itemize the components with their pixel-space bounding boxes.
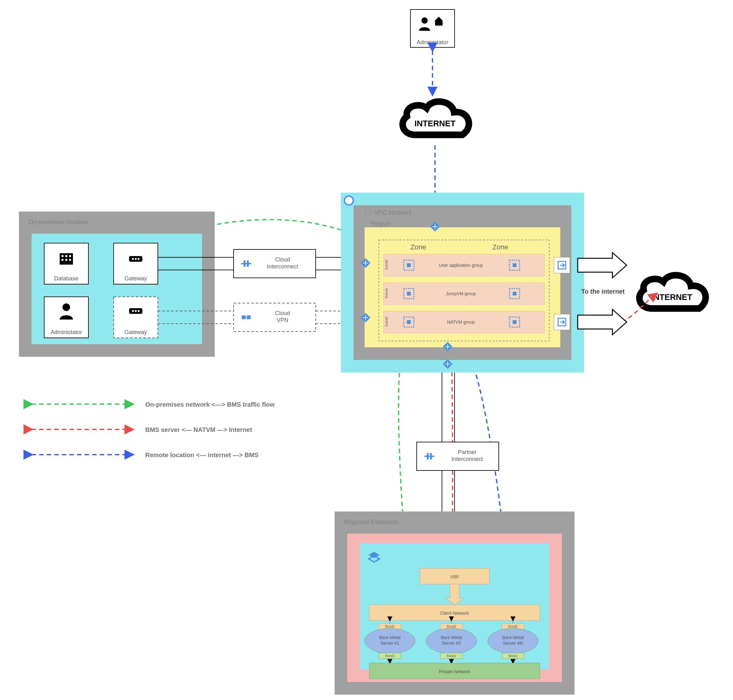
- svg-text:User application group: User application group: [439, 263, 483, 268]
- regional-title: Regional Extension: [344, 518, 398, 525]
- cloud-vpn-node: CloudVPN: [234, 303, 316, 331]
- legend-green: On-premises network <—> BMS traffic flow: [145, 401, 275, 408]
- legend: On-premises network <—> BMS traffic flow…: [32, 401, 275, 459]
- svg-text:Bond0: Bond0: [385, 625, 395, 628]
- svg-text:Bond1: Bond1: [385, 654, 395, 658]
- internet-right-label: INTERNET: [651, 293, 692, 302]
- svg-text:Database: Database: [54, 275, 78, 282]
- region-label: Region: [371, 220, 391, 227]
- vpc-title: VPC Network: [374, 209, 412, 216]
- gateway2-node: Gateway: [114, 297, 158, 338]
- database-icon: [60, 253, 73, 265]
- subnet-user-app: Subnet User application group: [383, 254, 545, 276]
- svg-text:Gateway: Gateway: [124, 275, 147, 282]
- admin-top-label: Administator: [417, 39, 448, 46]
- svg-text:Bond0: Bond0: [508, 625, 518, 628]
- svg-text:Private Network: Private Network: [439, 669, 471, 674]
- subnet-nat: Subnet NATVM group: [383, 311, 545, 333]
- to-internet-label: To the internet: [581, 288, 625, 295]
- database-node: Database: [44, 243, 88, 284]
- svg-text:Gateway: Gateway: [124, 329, 147, 335]
- google-logo-icon: [344, 196, 353, 205]
- admin-top-node: Administator: [410, 9, 455, 47]
- svg-text:⛶: ⛶: [364, 209, 371, 216]
- onprem-admin-node: Administator: [44, 297, 88, 338]
- arrow-to-internet-2: [578, 309, 627, 335]
- svg-text:JumpVM group: JumpVM group: [446, 291, 476, 296]
- internet-top-cloud: INTERNET: [402, 101, 469, 135]
- svg-text:Zone: Zone: [492, 243, 508, 251]
- onprem-container: On-premises location Database Gateway Ad…: [19, 212, 214, 357]
- svg-text:Client Network: Client Network: [440, 611, 469, 616]
- legend-red: BMS server <— NATVM —> Internet: [145, 426, 252, 433]
- svg-text:Subnet: Subnet: [385, 317, 388, 327]
- gateway-icon: [129, 308, 142, 314]
- svg-text:Zone: Zone: [410, 243, 426, 251]
- svg-text:Bond0: Bond0: [447, 625, 456, 628]
- vpc-container: ⛶ VPC Network Region Zone Zone Subnet Us…: [341, 193, 584, 373]
- svg-text:NATVM group: NATVM group: [447, 319, 475, 325]
- internet-top-label: INTERNET: [414, 119, 455, 128]
- svg-text:Administator: Administator: [50, 329, 82, 335]
- svg-text:VRF: VRF: [450, 574, 459, 579]
- arrow-to-internet-1: [578, 253, 627, 278]
- onprem-title: On-premises location: [28, 219, 88, 225]
- gateway1-node: Gateway: [114, 243, 158, 284]
- svg-text:Bond1: Bond1: [447, 654, 456, 658]
- gateway-icon: [129, 256, 142, 262]
- subnet-jump: Subnet JumpVM group: [383, 282, 545, 305]
- partner-interconnect-node: PartnerInterconnect: [417, 442, 499, 471]
- legend-blue: Remote location <— internet —> BMS: [145, 451, 259, 459]
- svg-text:Bond1: Bond1: [508, 654, 518, 658]
- svg-text:Subnet: Subnet: [385, 260, 388, 270]
- network-diagram: Administator INTERNET INTERNET On-premis…: [0, 0, 733, 700]
- internet-right-cloud: INTERNET: [639, 275, 705, 309]
- svg-text:Subnet: Subnet: [385, 288, 388, 299]
- cloud-interconnect-node: CloudInterconnect: [234, 249, 316, 278]
- regional-container: Regional Extension VRF Client Network Bo…: [335, 512, 574, 695]
